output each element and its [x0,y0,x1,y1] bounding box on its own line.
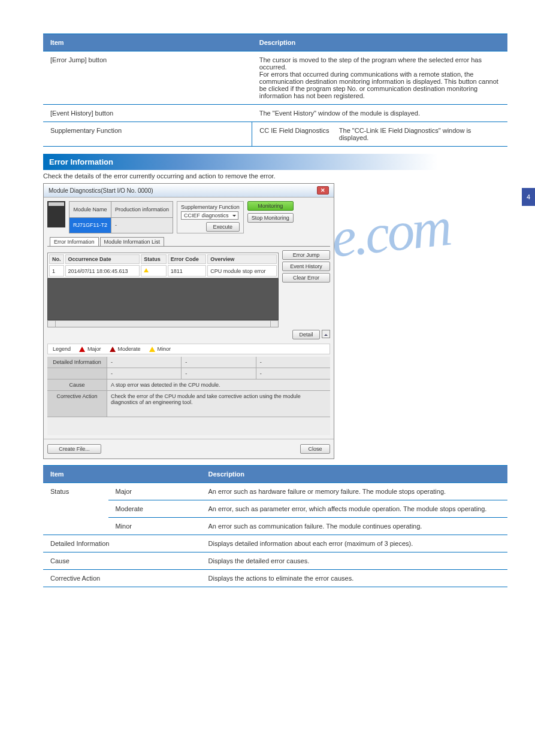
td: Displays the actions to eliminate the er… [201,570,508,587]
chevron-up-icon[interactable] [322,330,330,338]
td: Status [43,483,108,535]
monitoring-button[interactable]: Monitoring [247,201,294,211]
td: Moderate [108,500,201,518]
detail-panel: Detailed Information--- --- CauseA stop … [47,357,330,435]
minor-icon [149,347,155,352]
dialog-title: Module Diagnostics(Start I/O No. 0000) [49,187,153,194]
th-item: Item [43,34,252,51]
td: An error such as hardware failure or mem… [201,483,508,500]
moderate-icon [110,347,116,352]
dialog-window: Module Diagnostics(Start I/O No. 0000) ✕… [43,183,334,459]
th: Item [43,466,201,483]
items-table-2: ItemDescription StatusMajorAn error such… [43,465,507,587]
td: The "Event History" window of the module… [252,105,507,122]
module-icon [47,201,65,227]
td: Displays detailed information about each… [201,535,508,552]
legend: Legend Major Moderate Minor [47,344,330,354]
supp-select[interactable]: CCIEF diagnostics [181,211,238,220]
clear-error-button[interactable]: Clear Error [282,273,330,283]
td: Displays the detailed error causes. [201,552,508,570]
execute-button[interactable]: Execute [206,222,240,232]
create-file-button[interactable]: Create File... [47,444,101,454]
scrollbar[interactable] [47,320,279,327]
td: Major [108,483,201,500]
td: Detailed Information [43,535,201,552]
error-jump-button[interactable]: Error Jump [282,250,330,260]
intro-text: Check the details of the error currently… [43,172,507,180]
event-history-button[interactable]: Event History [282,262,330,271]
section-header: Error Information [43,154,507,170]
td: Minor [108,518,201,535]
td: An error, such as parameter error, which… [201,500,508,518]
stop-monitoring-button[interactable]: Stop Monitoring [247,213,294,223]
td: An error such as communication failure. … [201,518,508,535]
td: CC IE Field DiagnosticsThe "CC-Link IE F… [252,122,507,147]
tab-error-info[interactable]: Error Information [50,237,99,246]
td: Corrective Action [43,570,201,587]
major-icon [79,347,85,352]
detail-button[interactable]: Detail [292,330,320,339]
td: The cursor is moved to the step of the p… [252,51,507,105]
module-table: Module NameProduction information RJ71GF… [69,201,173,233]
close-icon[interactable]: ✕ [317,186,329,195]
td: [Event History] button [43,105,252,122]
td: Supplementary Function [43,122,252,147]
close-button[interactable]: Close [300,444,330,454]
module-name-cell[interactable]: RJ71GF11-T2 [69,217,111,233]
supp-label: Supplementary Function [181,204,240,210]
warning-icon [144,266,149,272]
tab-module-info[interactable]: Module Information List [100,237,165,246]
error-table: No.Occurrence DateStatusError CodeOvervi… [47,253,279,278]
items-table-1: ItemDescription [Error Jump] buttonThe c… [43,34,507,147]
td: Cause [43,552,201,570]
th-desc: Description [252,34,507,51]
th: Description [201,466,508,483]
td: [Error Jump] button [43,51,252,105]
table-empty-area [47,278,279,320]
side-tab: 4 [522,188,535,206]
table-row[interactable]: 12014/07/11 18:06:45.6131811CPU module s… [49,265,277,277]
